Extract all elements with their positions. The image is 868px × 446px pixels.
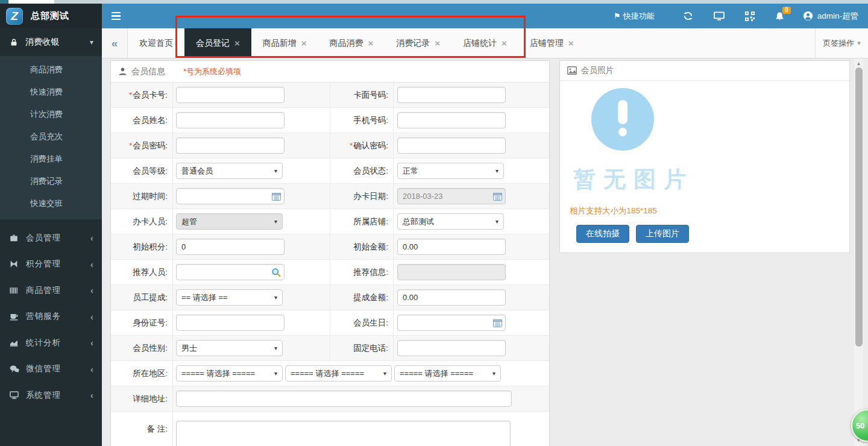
- sidebar-item-members[interactable]: 会员管理 ‹: [0, 225, 102, 251]
- calendar-icon[interactable]: [493, 192, 502, 201]
- refresh-icon: [683, 11, 693, 21]
- member-level-select[interactable]: 普通会员▾: [176, 163, 283, 179]
- scrollbar-thumb[interactable]: [855, 68, 863, 347]
- tab-bar: « 欢迎首页 会员登记 × 商品新增 × 商品消费 × 消费记录 × 店铺统计 …: [102, 28, 868, 58]
- chevron-left-icon: ‹: [90, 364, 93, 374]
- form-row: 身份证号: 会员生日:: [111, 310, 549, 336]
- member-password-input[interactable]: [176, 137, 285, 154]
- caret-down-icon: ▾: [492, 370, 495, 377]
- sidebar-item-wechat[interactable]: 微信管理 ‹: [0, 356, 102, 383]
- sidebar-item-system[interactable]: 系统管理 ‹: [0, 382, 102, 409]
- card-date-input: [397, 188, 506, 204]
- referrer-input[interactable]: [176, 264, 285, 280]
- landline-input[interactable]: [397, 340, 506, 356]
- brand-logo[interactable]: Z 总部测试: [0, 4, 102, 28]
- sidebar-subitem-count-consume[interactable]: 计次消费: [0, 103, 102, 125]
- notification-badge: 0: [782, 7, 791, 14]
- scroll-up-icon[interactable]: ▲: [854, 59, 863, 68]
- initial-amount-input[interactable]: [397, 239, 506, 255]
- quick-actions-button[interactable]: ⚑ 快捷功能: [614, 4, 655, 28]
- id-card-no-input[interactable]: [176, 315, 285, 331]
- tab-goods-consume[interactable]: 商品消费 ×: [318, 28, 385, 58]
- confirm-password-input[interactable]: [397, 137, 506, 154]
- region-district-select[interactable]: ===== 请选择 =====▾: [394, 365, 501, 382]
- tab-shop-statistics[interactable]: 店铺统计 ×: [451, 28, 518, 58]
- form-row: *会员密码: *确认密码:: [111, 133, 549, 159]
- shop-select[interactable]: 总部测试▾: [397, 213, 504, 230]
- sidebar-item-goods[interactable]: 商品管理 ‹: [0, 277, 102, 304]
- form-row: 过期时间: 办卡日期:: [111, 184, 549, 209]
- barcode-icon: [10, 287, 20, 294]
- vertical-scrollbar[interactable]: ▲ ▼: [854, 58, 863, 446]
- sidebar-item-statistics[interactable]: 统计分析 ‹: [0, 330, 102, 356]
- notifications-button[interactable]: 0: [765, 4, 794, 28]
- caret-down-icon: ▾: [274, 218, 277, 225]
- member-card-no-input[interactable]: [176, 87, 285, 103]
- person-icon: [118, 67, 127, 76]
- close-tab-icon[interactable]: ×: [368, 39, 374, 48]
- tab-member-register[interactable]: 会员登记 ×: [184, 28, 251, 58]
- sidebar-item-cashier[interactable]: 消费收银 ▾: [0, 28, 102, 56]
- monitor-icon: [10, 391, 20, 399]
- region-province-select[interactable]: ===== 请选择 =====▾: [176, 365, 283, 382]
- expire-date-input[interactable]: [176, 188, 285, 204]
- upload-image-button[interactable]: 上传图片: [636, 225, 689, 243]
- tab-consume-records[interactable]: 消费记录 ×: [385, 28, 451, 58]
- tabs-scroll-left-button[interactable]: «: [102, 28, 128, 58]
- username: admin-超管: [817, 11, 858, 22]
- online-capture-button[interactable]: 在线拍摄: [576, 225, 629, 243]
- flag-icon: ⚑: [614, 11, 621, 20]
- chevron-left-icon: ‹: [90, 312, 93, 322]
- card-face-no-input[interactable]: [397, 87, 506, 103]
- sidebar-subitem-quick-shift[interactable]: 快速交班: [0, 192, 102, 215]
- birthday-input[interactable]: [397, 315, 506, 331]
- form-row: 初始积分: 初始金额:: [111, 234, 549, 260]
- sidebar-subitem-pending-orders[interactable]: 消费挂单: [0, 148, 102, 170]
- calendar-icon[interactable]: [493, 319, 502, 327]
- close-tab-icon[interactable]: ×: [502, 39, 507, 48]
- tab-operations-dropdown[interactable]: 页签操作 ▾: [815, 28, 868, 58]
- qr-grid-button[interactable]: [735, 4, 765, 28]
- required-note: *号为系统必填项: [183, 66, 241, 77]
- close-tab-icon[interactable]: ×: [301, 39, 307, 48]
- panel-title: 会员信息: [131, 66, 165, 77]
- gender-select[interactable]: 男士▾: [176, 340, 283, 356]
- sidebar-subitem-goods-consume[interactable]: 商品消费: [0, 58, 102, 81]
- caret-down-icon: ▾: [857, 39, 861, 47]
- address-input[interactable]: [176, 391, 512, 407]
- close-tab-icon[interactable]: ×: [568, 39, 574, 48]
- form-row: 备 注:: [111, 412, 549, 446]
- sidebar-subitem-member-recharge[interactable]: 会员充次: [0, 125, 102, 148]
- topbar: ⚑ 快捷功能 0 admin-超管: [102, 4, 868, 28]
- mobile-no-input[interactable]: [397, 112, 506, 128]
- region-city-select[interactable]: ===== 请选择 =====▾: [285, 365, 392, 382]
- refresh-button[interactable]: [673, 4, 703, 28]
- sidebar-item-points[interactable]: 积分管理 ‹: [0, 251, 102, 278]
- display-button[interactable]: [703, 4, 735, 28]
- tab-goods-add[interactable]: 商品新增 ×: [251, 28, 318, 58]
- sidebar-toggle-button[interactable]: [102, 4, 130, 28]
- close-tab-icon[interactable]: ×: [234, 39, 240, 48]
- remark-textarea[interactable]: [176, 421, 511, 446]
- form-row: *会员卡号: 卡面号码:: [111, 83, 549, 108]
- briefcase-icon: [10, 234, 20, 242]
- initial-points-input[interactable]: [176, 239, 285, 255]
- calendar-icon[interactable]: [272, 192, 281, 201]
- sidebar-subitem-consume-records[interactable]: 消费记录: [0, 170, 102, 192]
- search-icon[interactable]: [271, 268, 281, 277]
- sidebar-item-marketing[interactable]: 营销服务 ‹: [0, 304, 102, 330]
- monitor-icon: [714, 11, 725, 21]
- staff-commission-select[interactable]: == 请选择 ==▾: [176, 289, 283, 306]
- tab-welcome-home[interactable]: 欢迎首页: [128, 28, 184, 58]
- member-name-input[interactable]: [176, 112, 285, 128]
- member-photo-panel: 会员照片 暂无图片 相片支持大小为185*185 在线拍摄 上传图片: [559, 60, 850, 253]
- member-info-panel: 会员信息 *号为系统必填项 *会员卡号: 卡面号码: 会员姓名: 手机号码: *…: [110, 60, 550, 446]
- chevron-left-icon: ‹: [90, 285, 93, 295]
- member-status-select[interactable]: 正常▾: [397, 163, 504, 179]
- form-row: 会员等级: 普通会员▾ 会员状态: 正常▾: [111, 159, 549, 184]
- close-tab-icon[interactable]: ×: [435, 39, 440, 48]
- sidebar-subitem-quick-consume[interactable]: 快速消费: [0, 81, 102, 103]
- tab-shop-manage[interactable]: 店铺管理 ×: [518, 28, 585, 58]
- user-menu[interactable]: admin-超管: [803, 4, 858, 28]
- commission-amount-input[interactable]: [397, 289, 506, 306]
